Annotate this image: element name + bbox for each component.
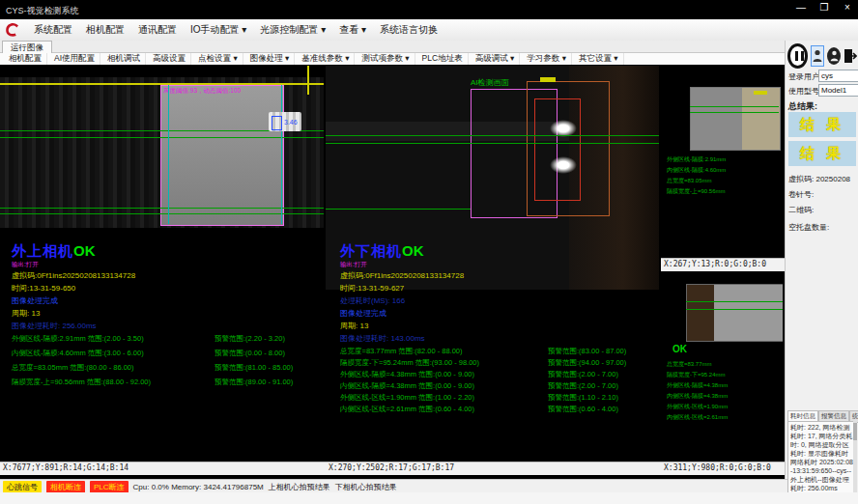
connector-measure-label: 3.46 [284,119,298,126]
measurement-warn-range: 预警范围:(2.20 - 3.20) [214,334,285,344]
time-line: 时间:13-31-59-627 [340,283,404,294]
output-state: 输出:打开 [340,261,367,269]
menu-item[interactable]: 系统语言切换 [374,20,443,40]
ai-view-label: AI检测画面 [471,77,509,88]
cycle-line: 周期: 13 [340,321,368,331]
menu-item[interactable]: 光源控制配置 ▾ [254,20,331,40]
measurement-value: 总宽度=83.05mm 范围:(80.00 - 86.00) [12,363,134,373]
pause-button[interactable] [787,43,808,69]
measure-line [326,135,659,136]
toolbar-item[interactable]: 相机调试 [102,53,146,65]
thumb-result-line: 外侧区线-隔膜=4.38mm [667,380,728,391]
log-scrollbar[interactable] [853,421,857,500]
close-icon[interactable]: × [841,2,854,13]
toolbar-item[interactable]: AI使用配置 [49,53,100,65]
plc-status-badge: PLC断连 [90,481,129,493]
measurement-row: 内侧区线-隔膜=4.38mm 范围:(0.00 - 9.00) 预警范围:(2.… [340,381,659,393]
measure-line [686,301,783,302]
measurement-row: 隔膜宽度-下=95.24mm 范围:(93.00 - 98.00) 预警范围:(… [340,358,659,370]
status-bar: 心跳信号 相机断连 PLC断连 Cpu: 0.0% Memory: 3424.4… [0,479,787,493]
toolbar-item[interactable]: PLC地址表 [417,53,469,65]
cycle-line: 周期: 13 [12,308,40,319]
user-icon [830,50,839,62]
result-box-1: 结 果 [788,112,856,137]
toolbar-item[interactable]: 测试项参数 ▾ [357,53,415,65]
measure-line [690,112,779,113]
thumb-result-lines: 总宽度=83.77mm隔膜宽度-下=95.24mm外侧区线-隔膜=4.38mm内… [667,359,728,423]
toolbar-item[interactable]: 点检设置 ▾ [193,53,243,65]
thumb-result-line: 内侧区线-区线=2.61mm [667,412,728,423]
model-field[interactable] [818,84,858,97]
toolbar-item[interactable]: 相机配置 [4,53,47,65]
thumb-product-region [690,87,781,151]
login-user-field[interactable] [818,70,858,82]
bright-spot [550,156,577,174]
qr-code-label: 二维码: [788,205,814,215]
upper-camera-precheck[interactable]: 上相机心拍预结果 [269,482,330,492]
log-textarea[interactable]: 耗时: 222, 网络检测耗时: 17, 网络分类耗时: 0, 网络提取分区耗时… [787,421,857,502]
cursor-readout-left: X:7677;Y:891;R:14;G:14;B:14 [0,462,327,475]
tab-strip: 运行图像 [0,41,785,53]
measurement-warn-range: 预警范围:(2.00 - 7.00) [548,370,618,379]
toolbar-item[interactable]: 高级调试 ▾ [471,53,521,65]
measurement-value: 内侧区线-区线=2.61mm 范围:(0.60 - 4.00) [340,405,474,414]
menu-item[interactable]: 查看 ▾ [333,20,372,40]
pin-number-label: 卷针号: [788,189,814,200]
roi-box-blue [272,116,282,130]
measure-line [686,309,783,310]
camera-result-title: 外下相机OK [340,242,424,261]
thumb-result-line: 总宽度=83.05mm [667,176,726,186]
menu-bar: 系统配置相机配置通讯配置IO手动配置 ▾光源控制配置 ▾查看 ▾系统语言切换 [0,19,858,42]
camera-view-lower-outer[interactable]: AI检测画面 外下相机OK 输出:打开 虚拟码:0Ff1ins202502081… [326,66,659,462]
tab-run-image[interactable]: 运行图像 [2,41,52,53]
thumb-result-line: 内侧区线-隔膜=4.38mm [667,391,728,402]
measurement-value: 内侧区线-隔膜:4.60mm 范围:(3.00 - 6.00) [12,349,144,358]
measure-line-v [168,85,169,224]
menu-item[interactable]: 系统配置 [28,20,78,40]
menu-item[interactable]: 相机配置 [80,20,130,40]
user-button[interactable] [827,47,841,65]
toolbar-item[interactable]: 其它设置 ▾ [574,53,624,65]
exit-door-icon [844,48,857,64]
thumb-result-line: 总宽度=83.77mm [667,359,728,370]
measurement-warn-range: 预警范围:(1.10 - 2.10) [548,393,618,403]
measurement-row: 总宽度=83.77mm 范围:(82.00 - 88.00) 预警范围:(83.… [340,347,659,358]
maximize-icon[interactable]: ❐ [817,2,831,13]
camera-view-aux-top[interactable]: 外侧区线-隔膜:2.91mm内侧区线-隔膜:4.60mm总宽度=83.05mm隔… [661,66,783,258]
measurement-value: 外侧区线-区线=1.90mm 范围:(1.00 - 2.20) [340,393,474,403]
proc-ms-line: 处理耗时(MS): 166 [340,295,405,306]
measurement-row: 内侧区线-隔膜:4.60mm 范围:(3.00 - 6.00) 预警范围:(0.… [12,349,321,363]
toolbar-item[interactable]: 图像处理 ▾ [245,53,296,65]
menu-item[interactable]: 通讯配置 [132,20,183,40]
thumb-result-line: 外侧区线-区线=1.90mm [667,402,728,412]
thumb-result-line: 隔膜宽度-下=95.24mm [667,370,728,380]
time-line: 时间:13-31-59-650 [12,283,75,294]
camera-status: OK [402,242,424,259]
measure-line [0,213,324,214]
heartbeat-badge: 心跳信号 [3,481,42,493]
cpu-memory-text: Cpu: 0.0% Memory: 3424.41796875M [133,483,264,491]
measurement-row: 总宽度=83.05mm 范围:(80.00 - 86.00) 预警范围:(81.… [12,363,321,378]
elapsed-line: 图像处理耗时: 256.00ms [12,321,97,331]
camera-view-aux-bottom[interactable]: OK 总宽度=83.77mm隔膜宽度-下=95.24mm外侧区线-隔膜=4.38… [661,272,783,462]
thumb-result-line: 外侧区线-隔膜:2.91mm [667,154,726,165]
product-region [160,85,284,226]
done-line: 图像处理完成 [340,308,386,319]
measurement-warn-range: 预警范围:(81.00 - 85.00) [214,363,293,373]
user-login-button[interactable] [811,45,824,67]
exit-button[interactable] [844,46,857,66]
toolbar-item[interactable]: 基准线参数 ▾ [297,53,355,65]
thumb-result-lines: 外侧区线-隔膜:2.91mm内侧区线-隔膜:4.60mm总宽度=83.05mm隔… [667,154,726,197]
measure-line [326,143,659,144]
thumb-product-region [686,284,783,342]
window-bottom-edge [0,492,858,504]
minimize-icon[interactable]: — [794,2,808,13]
menu-item[interactable]: IO手动配置 ▾ [185,20,252,40]
camera-view-upper-outer[interactable]: 灰度阈值:93，动态阈值:100 3.46 外上相机OK 输出:打开 虚拟码:0… [0,66,324,462]
thumb-status: OK [672,344,687,354]
lower-camera-precheck[interactable]: 下相机心拍预结果 [335,482,397,492]
main-view-area: 灰度阈值:93，动态阈值:100 3.46 外上相机OK 输出:打开 虚拟码:0… [0,65,785,479]
toolbar-item[interactable]: 学习参数 ▾ [522,53,572,65]
toolbar-item[interactable]: 高级设置 [148,53,191,65]
output-state: 输出:打开 [12,261,39,269]
